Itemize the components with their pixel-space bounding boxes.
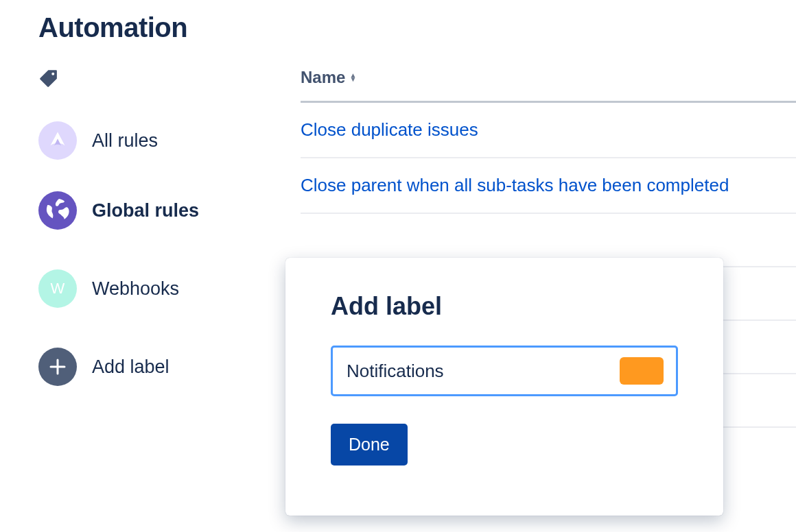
sidebar-item-global-rules[interactable]: Global rules [38,184,285,237]
column-header-label: Name [301,68,345,87]
label-name-input[interactable] [345,360,620,383]
tag-icon-row [38,68,285,91]
sidebar-item-label: All rules [92,130,158,152]
sidebar-item-add-label[interactable]: Add label [38,341,285,393]
label-name-field-wrapper[interactable] [331,346,678,396]
rule-link[interactable]: Close parent when all sub-tasks have bee… [301,175,729,195]
table-row: Close parent when all sub-tasks have bee… [301,158,796,214]
all-rules-avatar [38,121,77,160]
tag-icon [38,68,59,88]
sort-icon: ▲▼ [349,73,356,82]
webhooks-avatar: W [38,269,77,308]
sidebar-item-webhooks[interactable]: W Webhooks [38,263,285,315]
add-label-modal: Add label Done [285,258,723,516]
sidebar-item-label: Add label [92,356,169,378]
page-title: Automation [38,12,796,43]
modal-title: Add label [331,292,678,321]
label-color-swatch[interactable] [620,357,664,385]
globe-icon [38,191,77,230]
column-header-name[interactable]: Name ▲▼ [301,68,796,99]
sidebar: All rules Global rules W W [38,68,285,411]
table-row: Close duplicate issues [301,103,796,158]
avatar-initial: W [51,280,65,298]
sidebar-item-label: Webhooks [92,278,179,300]
sidebar-item-all-rules[interactable]: All rules [38,114,285,167]
svg-point-0 [51,73,54,75]
done-button[interactable]: Done [331,424,408,466]
rule-link[interactable]: Close duplicate issues [301,119,478,140]
plus-icon [38,348,77,386]
sidebar-item-label: Global rules [92,200,199,221]
